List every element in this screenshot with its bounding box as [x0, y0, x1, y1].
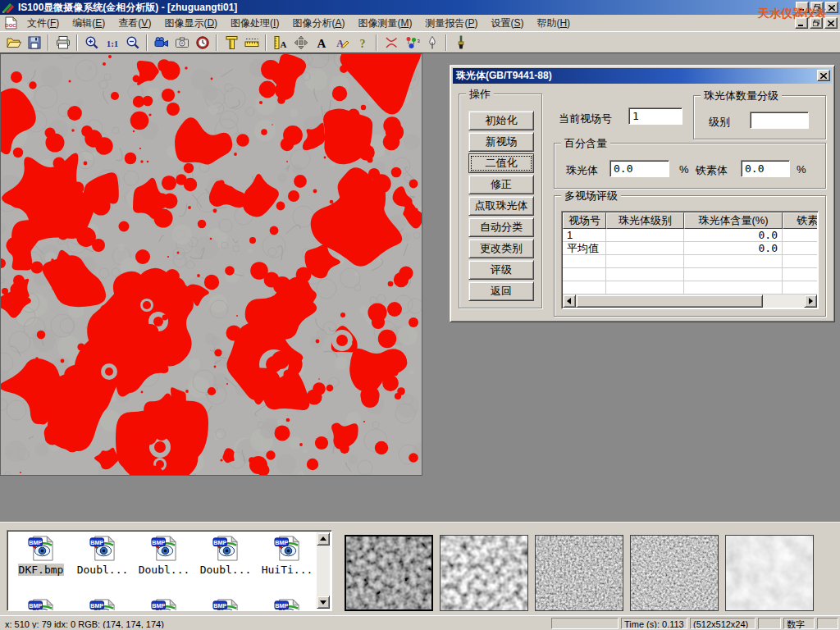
- grade-input[interactable]: [750, 112, 809, 129]
- menu-item-settings[interactable]: 设置(S): [484, 14, 530, 33]
- column-header[interactable]: 铁素体含量(%): [783, 212, 817, 229]
- table-row[interactable]: [563, 281, 817, 294]
- pearlite-input[interactable]: 0.0: [609, 160, 669, 177]
- pen-button[interactable]: [422, 33, 442, 52]
- correct-button[interactable]: 修正: [468, 175, 534, 194]
- menu-item-image-measure[interactable]: 图像测量(M): [351, 14, 418, 33]
- table-horizontal-scrollbar[interactable]: [563, 294, 817, 308]
- zoom-out-button[interactable]: [122, 33, 143, 52]
- print-button[interactable]: [52, 33, 73, 52]
- open-button[interactable]: [3, 33, 24, 52]
- file-item[interactable]: Doubl...: [134, 535, 194, 576]
- file-item[interactable]: [195, 598, 256, 611]
- file-item[interactable]: [257, 598, 317, 611]
- video-camera-button[interactable]: [151, 33, 171, 52]
- image-size: (512x512x24): [693, 619, 748, 629]
- scroll-left-button[interactable]: [563, 294, 576, 308]
- thumbnail-2[interactable]: [440, 535, 528, 611]
- grade-button[interactable]: 评级: [468, 260, 534, 280]
- toolbar-separator: [265, 34, 267, 51]
- dialog-close-button[interactable]: [817, 70, 830, 81]
- table-row[interactable]: 平均值0.0: [563, 242, 817, 255]
- save-icon: [26, 34, 43, 51]
- file-item[interactable]: HuiTi...: [257, 535, 317, 576]
- scroll-up-button[interactable]: [317, 532, 330, 546]
- brush-button[interactable]: [450, 33, 471, 52]
- scroll-right-button[interactable]: [804, 294, 817, 308]
- table-cell: [783, 281, 817, 294]
- initialize-button[interactable]: 初始化: [468, 111, 534, 130]
- return-button[interactable]: 返回: [468, 281, 534, 301]
- table-row[interactable]: [563, 255, 817, 268]
- help-button[interactable]: ?: [352, 33, 372, 52]
- file-item[interactable]: DKF.bmp: [11, 535, 71, 576]
- table-cell: [606, 281, 684, 294]
- text-button[interactable]: A: [311, 33, 331, 52]
- thumbnail-5[interactable]: [725, 535, 814, 611]
- caliper-button[interactable]: A: [270, 33, 290, 52]
- zoom-in-button[interactable]: [81, 33, 102, 52]
- pick-pearlite-button[interactable]: 点取珠光体: [468, 196, 534, 216]
- new-field-button[interactable]: 新视场: [468, 132, 534, 152]
- file-name: HuiTi...: [261, 564, 314, 576]
- actual-size-button[interactable]: 1:1: [102, 33, 122, 52]
- table-row[interactable]: [563, 268, 817, 281]
- file-item[interactable]: [11, 598, 71, 611]
- menu-item-measure-report[interactable]: 测量报告(P): [418, 14, 484, 33]
- change-class-button[interactable]: 更改类别: [468, 239, 534, 258]
- micrograph-image[interactable]: [0, 53, 422, 476]
- save-button[interactable]: [24, 33, 44, 52]
- menu-item-help[interactable]: 帮助(H): [530, 14, 577, 33]
- dialog-title-bar[interactable]: 珠光体(GB/T9441-88): [453, 68, 832, 84]
- file-scrollbar[interactable]: [317, 532, 330, 609]
- ruler-vertical-button[interactable]: [221, 33, 241, 52]
- file-item[interactable]: Doubl...: [72, 535, 133, 576]
- current-field-input[interactable]: 1: [628, 107, 682, 125]
- scroll-down-button[interactable]: [317, 596, 330, 609]
- menu-item-edit[interactable]: 编辑(E): [66, 14, 112, 33]
- scrollbar-track[interactable]: [763, 294, 804, 308]
- ferrite-input[interactable]: 0.0: [741, 160, 790, 177]
- mdi-minimize-button[interactable]: [795, 17, 808, 29]
- menu-item-image-display[interactable]: 图像显示(D): [158, 14, 224, 33]
- file-item[interactable]: [72, 598, 133, 611]
- clock-button[interactable]: [192, 33, 212, 52]
- auto-classify-button[interactable]: 自动分类: [468, 217, 534, 237]
- menu-item-image-process[interactable]: 图像处理(I): [224, 14, 285, 33]
- file-item[interactable]: [134, 598, 194, 611]
- curve-button[interactable]: [381, 33, 401, 52]
- thumbnail-3[interactable]: [535, 535, 623, 611]
- table-cell: [563, 255, 606, 267]
- status-empty-panel-1: [551, 618, 619, 629]
- menu-item-view[interactable]: 查看(V): [112, 14, 158, 33]
- file-browser: DKF.bmpDoubl...Doubl...Doubl...HuiTi...: [7, 530, 332, 611]
- thumbnail-4[interactable]: [630, 535, 719, 611]
- close-button[interactable]: [825, 2, 838, 13]
- menu-item-file[interactable]: 文件(F): [21, 14, 66, 33]
- toolbar-separator: [48, 34, 49, 51]
- column-header[interactable]: 珠光体含量(%): [684, 212, 783, 229]
- move-cross-button[interactable]: [290, 33, 311, 52]
- thumbnail-1[interactable]: [345, 535, 433, 611]
- mdi-restore-button[interactable]: [810, 17, 823, 29]
- file-item[interactable]: Doubl...: [195, 535, 256, 576]
- scrollbar-thumb[interactable]: [576, 294, 763, 308]
- annotate-icon: A: [334, 34, 350, 51]
- toolbar: 1:1AAA?3: [0, 31, 840, 52]
- document-icon[interactable]: DOC: [4, 16, 18, 30]
- bmp-file-icon: [151, 598, 178, 611]
- mdi-close-button[interactable]: [824, 17, 838, 29]
- binarize-button[interactable]: 二值化: [468, 153, 534, 173]
- current-field-label: 当前视场号: [559, 112, 612, 126]
- table-cell: 0.0: [684, 229, 783, 241]
- table-row[interactable]: 10.0: [563, 229, 817, 242]
- markers-button[interactable]: 3: [401, 33, 422, 52]
- menu-item-image-analysis[interactable]: 图像分析(A): [285, 14, 351, 33]
- annotate-button[interactable]: A: [331, 33, 352, 52]
- column-header[interactable]: 视场号: [563, 212, 606, 229]
- workspace: 珠光体(GB/T9441-88) 操作 初始化新视场二值化修正点取珠光体自动分类…: [0, 52, 840, 522]
- toolbar-separator: [445, 34, 447, 51]
- camera-button[interactable]: [171, 33, 192, 52]
- column-header[interactable]: 珠光体级别: [606, 212, 684, 229]
- ruler-horizontal-button[interactable]: [241, 33, 262, 52]
